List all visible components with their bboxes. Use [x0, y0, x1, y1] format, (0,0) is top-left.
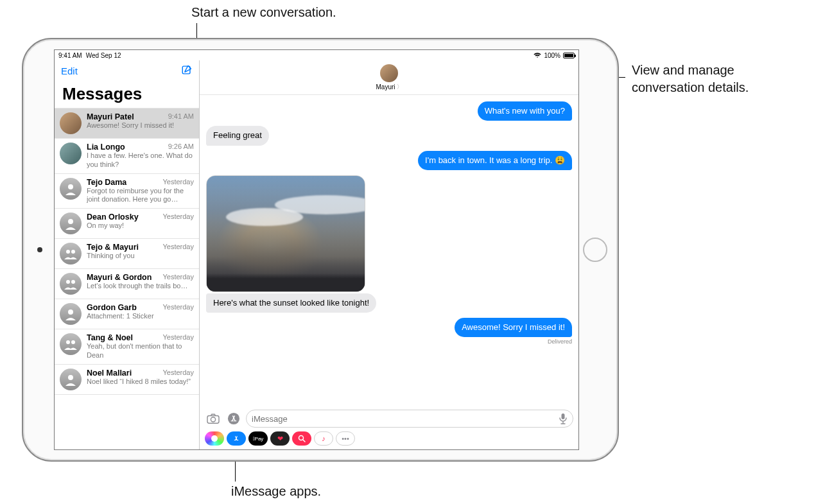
conversation-time: Yesterday	[162, 333, 194, 342]
conversation-name: Lia Longo	[87, 143, 125, 152]
svg-point-2	[68, 219, 73, 224]
app-music[interactable]: ♪	[314, 431, 333, 446]
conversation-pane: Mayuri 〉 What's new with you? Feeling gr…	[200, 60, 578, 449]
conversation-preview: On my way!	[87, 222, 194, 230]
message-bubble: I'm back in town. It was a long trip. 😩	[418, 151, 572, 170]
conversation-item-text: Mayuri Patel9:41 AMAwesome! Sorry I miss…	[87, 112, 194, 130]
app-appstore[interactable]	[227, 431, 246, 446]
dictation-button[interactable]	[559, 413, 568, 424]
photo-attachment[interactable]	[206, 175, 365, 292]
svg-rect-14	[562, 413, 565, 419]
battery-percent: 100%	[544, 52, 560, 59]
conversation-time: Yesterday	[162, 178, 194, 187]
conversation-preview: Awesome! Sorry I missed it!	[87, 121, 194, 130]
avatar	[60, 273, 82, 295]
message-thread[interactable]: What's new with you? Feeling great I'm b…	[200, 95, 578, 407]
conversation-preview: Forgot to reimburse you for the joint do…	[87, 187, 194, 205]
search-icon	[298, 435, 306, 442]
avatar	[60, 243, 82, 265]
svg-point-3	[66, 250, 70, 254]
avatar	[60, 369, 82, 390]
avatar	[60, 112, 82, 134]
message-outgoing[interactable]: Awesome! Sorry I missed it! Delivered	[455, 318, 572, 345]
conversation-time: Yesterday	[162, 303, 194, 312]
message-bubble: Here's what the sunset looked like tonig…	[206, 293, 376, 313]
message-input[interactable]	[252, 414, 559, 424]
conversation-item-text: Tejo DamaYesterdayForgot to reimburse yo…	[87, 178, 194, 205]
conversation-preview: Thinking of you	[87, 252, 194, 261]
app-digital-touch[interactable]: ❤	[270, 431, 290, 446]
conversation-name: Tejo & Mayuri	[87, 243, 139, 252]
message-input-wrap[interactable]	[246, 410, 573, 428]
message-outgoing[interactable]: I'm back in town. It was a long trip. 😩	[418, 151, 572, 170]
sidebar-title: Messages	[55, 79, 199, 108]
conversation-item[interactable]: Mayuri & GordonYesterdayLet's look throu…	[55, 269, 199, 299]
message-incoming-photo[interactable]: Here's what the sunset looked like tonig…	[206, 175, 376, 313]
conversation-name: Noel Mallari	[87, 369, 132, 378]
message-bubble: What's new with you?	[478, 101, 572, 121]
avatar	[60, 178, 82, 200]
conversation-preview: Attachment: 1 Sticker	[87, 312, 194, 321]
conversation-item[interactable]: Lia Longo9:26 AMI have a few. Here's one…	[55, 139, 199, 174]
conversation-item[interactable]: Gordon GarbYesterdayAttachment: 1 Sticke…	[55, 299, 199, 329]
conversation-item-text: Lia Longo9:26 AMI have a few. Here's one…	[87, 143, 194, 169]
conversation-item[interactable]: Dean OrloskyYesterdayOn my way!	[55, 209, 199, 239]
message-incoming[interactable]: Feeling great	[206, 126, 269, 145]
imessage-apps-row: Pay ❤ ♪ •••	[200, 430, 578, 449]
camera-button[interactable]	[205, 410, 221, 427]
svg-point-12	[211, 417, 215, 422]
svg-point-4	[71, 250, 75, 254]
app-drawer-button[interactable]	[225, 410, 242, 427]
app-images[interactable]	[292, 431, 311, 446]
conversation-item-text: Noel MallariYesterdayNoel liked “I hiked…	[87, 369, 194, 387]
status-date: Wed Sep 12	[86, 52, 121, 59]
svg-point-5	[66, 280, 70, 284]
conversation-time: Yesterday	[162, 213, 194, 222]
appstore-icon	[227, 412, 240, 425]
app-more[interactable]: •••	[336, 431, 355, 446]
avatar	[60, 143, 82, 164]
compose-button[interactable]	[181, 64, 193, 78]
conversation-preview: Let's look through the trails bo…	[87, 282, 194, 291]
sidebar: Edit Messages Mayuri Patel9:41 AMAwesome…	[55, 60, 200, 449]
ipad-frame: 9:41 AM Wed Sep 12 100% Edit	[22, 38, 619, 462]
delivered-status: Delivered	[455, 338, 572, 345]
conversation-item[interactable]: Tang & NoelYesterdayYeah, but don't ment…	[55, 329, 199, 365]
conversation-time: Yesterday	[162, 273, 194, 282]
conversation-name: Dean Orlosky	[87, 213, 139, 222]
conversation-item-text: Gordon GarbYesterdayAttachment: 1 Sticke…	[87, 303, 194, 321]
conversation-item-text: Mayuri & GordonYesterdayLet's look throu…	[87, 273, 194, 291]
music-icon: ♪	[322, 435, 326, 442]
message-outgoing[interactable]: What's new with you?	[478, 101, 572, 121]
edit-button[interactable]: Edit	[61, 65, 78, 76]
photos-icon	[211, 435, 218, 442]
conversation-item[interactable]: Tejo & MayuriYesterdayThinking of you	[55, 239, 199, 269]
status-time: 9:41 AM	[58, 52, 82, 59]
status-bar: 9:41 AM Wed Sep 12 100%	[55, 50, 578, 60]
chevron-right-icon: 〉	[397, 83, 403, 91]
conversation-time: Yesterday	[162, 243, 194, 252]
conversation-list[interactable]: Mayuri Patel9:41 AMAwesome! Sorry I miss…	[55, 108, 199, 449]
microphone-icon	[559, 413, 568, 424]
conversation-item[interactable]: Mayuri Patel9:41 AMAwesome! Sorry I miss…	[55, 109, 199, 139]
ipad-screen: 9:41 AM Wed Sep 12 100% Edit	[54, 49, 579, 450]
message-bubble: Feeling great	[206, 126, 269, 145]
conversation-item[interactable]: Tejo DamaYesterdayForgot to reimburse yo…	[55, 174, 199, 209]
message-bubble: Awesome! Sorry I missed it!	[455, 318, 572, 337]
battery-icon	[563, 53, 575, 58]
svg-point-1	[68, 184, 73, 189]
conversation-header[interactable]: Mayuri 〉	[200, 60, 578, 95]
conversation-time: 9:41 AM	[168, 112, 194, 121]
svg-point-7	[68, 309, 73, 315]
callout-compose: Start a new conversation.	[191, 4, 336, 21]
conversation-preview: I have a few. Here's one. What do you th…	[87, 152, 194, 169]
conversation-preview: Yeah, but don't mention that to Dean	[87, 342, 194, 360]
compose-row	[200, 407, 578, 430]
appstore-icon	[232, 434, 241, 443]
conversation-name: Tang & Noel	[87, 333, 133, 342]
app-applepay[interactable]: Pay	[248, 431, 268, 446]
ipad-home-button[interactable]	[583, 238, 607, 262]
app-photos[interactable]	[205, 431, 224, 446]
svg-point-8	[66, 340, 70, 344]
conversation-item[interactable]: Noel MallariYesterdayNoel liked “I hiked…	[55, 365, 199, 395]
